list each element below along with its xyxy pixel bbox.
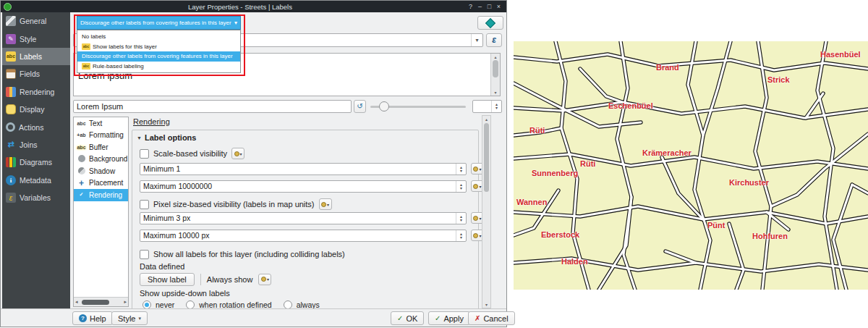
spinner-arrows[interactable]: ▴▾ — [456, 181, 466, 192]
tab-background[interactable]: Background — [74, 154, 128, 166]
scroll-right-icon[interactable]: ▸ — [124, 299, 127, 305]
scroll-up-icon[interactable]: ▴ — [482, 117, 490, 122]
spinner-arrows[interactable]: ▴▾ — [456, 230, 466, 241]
collapse-triangle-icon[interactable]: ▼ — [137, 135, 142, 140]
data-defined-button[interactable]: ▾ — [258, 274, 271, 285]
tab-buffer[interactable]: abcBuffer — [74, 141, 128, 154]
sidebar-item-labels[interactable]: abcLabels — [2, 48, 70, 65]
map-label: Hasenbüel — [820, 50, 861, 59]
ok-button[interactable]: ✓OK — [391, 311, 424, 325]
check-icon: ✓ — [435, 314, 441, 322]
sidebar-item-actions[interactable]: Actions — [2, 118, 70, 135]
buffer-icon: abc — [76, 145, 87, 150]
scroll-down-icon[interactable]: ▾ — [491, 90, 500, 95]
data-defined-button[interactable]: ▾ — [319, 198, 332, 210]
titlebar[interactable]: Layer Properties - Streets | Labels ? – … — [1, 1, 506, 12]
maximum-pixel-spinbox[interactable]: Maximum 10000 px ▴▾ — [140, 230, 467, 242]
chevron-down-icon[interactable]: ▾ — [471, 34, 482, 46]
sidebar-item-style[interactable]: ✎Style — [2, 30, 70, 47]
show-label-row: Show label Always show ▾ — [140, 272, 271, 286]
sidebar-item-display[interactable]: Display — [2, 101, 70, 118]
preview-text-input[interactable] — [73, 100, 352, 113]
map-label: Pünt — [707, 221, 725, 230]
separator — [200, 274, 201, 285]
spinner-arrows[interactable]: ▴▾ — [456, 164, 466, 174]
map-canvas[interactable]: HasenbüelBrandStrickEschenbüelRütiKrämer… — [514, 41, 868, 290]
preview-scrollbar[interactable]: ▴ ▾ — [490, 54, 500, 96]
minimize-button[interactable]: – — [475, 3, 485, 10]
sidebar-item-general[interactable]: General — [2, 12, 70, 30]
sidebar-item-fields[interactable]: Fields — [2, 65, 70, 83]
style-button[interactable]: Style▾ — [111, 311, 148, 325]
rendering-panel: Rendering ▼Label options Scale-based vis… — [130, 115, 492, 308]
join-arrows-icon: ⇄ — [6, 140, 16, 150]
option-discourage-labels[interactable]: Discourage other labels from covering fe… — [77, 51, 240, 62]
tab-rendering[interactable]: ✓Rendering — [74, 189, 128, 201]
pixel-visibility-checkbox[interactable] — [140, 200, 149, 209]
labeling-mode-combobox[interactable]: Discourage other labels from covering fe… — [77, 16, 241, 30]
tab-placement[interactable]: +Placement — [74, 177, 128, 190]
data-defined-button[interactable]: ▾ — [231, 148, 244, 159]
expression-builder-button[interactable]: ε — [486, 33, 502, 47]
radio-always[interactable] — [284, 300, 292, 308]
scroll-up-icon[interactable]: ▴ — [491, 54, 500, 59]
apply-button[interactable]: ✓Apply — [428, 311, 470, 325]
cancel-button[interactable]: ✗Cancel — [468, 311, 515, 325]
maximum-scale-spinbox[interactable]: Maximum 10000000 ▴▾ — [140, 180, 467, 193]
text-icon: abc — [76, 121, 87, 126]
rule-based-icon: abc — [82, 63, 90, 70]
slider-handle[interactable] — [379, 101, 389, 112]
preview-reset-button[interactable]: ↺ — [354, 100, 366, 113]
scroll-down-icon[interactable]: ▾ — [482, 302, 490, 307]
radio-never[interactable] — [142, 300, 151, 308]
tab-formatting[interactable]: +abFormatting — [74, 130, 128, 142]
automated-placement-button[interactable] — [477, 16, 503, 30]
rendering-icon — [6, 87, 16, 97]
minimum-pixel-spinbox[interactable]: Minimum 3 px ▴▾ — [140, 212, 467, 224]
maximize-button[interactable]: □ — [485, 3, 494, 10]
tab-shadow[interactable]: Shadow — [74, 165, 128, 177]
chevron-down-icon: ▾ — [232, 20, 237, 26]
scrollbar-thumb[interactable] — [484, 123, 489, 192]
map-label: Eberstock — [541, 230, 579, 239]
scrollbar-thumb[interactable] — [82, 300, 109, 305]
epsilon-icon: ε — [6, 193, 16, 203]
scale-visibility-checkbox[interactable] — [140, 149, 149, 159]
help-window-button[interactable]: ? — [466, 3, 475, 10]
tabs-horizontal-scrollbar[interactable]: ◂ ▸ — [74, 297, 128, 306]
option-rule-based[interactable]: abcRule-based labeling — [77, 62, 240, 72]
sidebar-item-variables[interactable]: εVariables — [2, 189, 70, 206]
layer-properties-dialog: Layer Properties - Streets | Labels ? – … — [0, 0, 507, 327]
radio-when-rotation-defined[interactable] — [186, 300, 195, 308]
spinner-arrows[interactable]: ▴▾ — [456, 213, 466, 224]
sidebar-item-metadata[interactable]: iMetadata — [2, 172, 70, 189]
font-size-spinbox[interactable]: ▴▾ — [472, 100, 502, 113]
map-label: Eschenbüel — [608, 101, 653, 110]
scroll-left-icon[interactable]: ◂ — [75, 299, 78, 305]
window-title: Layer Properties - Streets | Labels — [14, 3, 466, 11]
sidebar-item-joins[interactable]: ⇄Joins — [2, 136, 70, 154]
show-label-button[interactable]: Show label — [140, 273, 195, 286]
map-label: Rüti — [529, 126, 545, 135]
map-label: Strick — [767, 75, 790, 84]
speech-bubble-icon — [6, 104, 16, 114]
spinner-arrows[interactable]: ▴▾ — [491, 101, 501, 112]
option-show-labels[interactable]: abcShow labels for this layer — [77, 42, 240, 52]
help-button[interactable]: ?Help — [72, 311, 113, 325]
desktop: Layer Properties - Streets | Labels ? – … — [0, 0, 868, 328]
font-size-slider[interactable] — [370, 100, 466, 113]
group-title[interactable]: ▼Label options — [137, 133, 196, 142]
sidebar-item-diagrams[interactable]: Diagrams — [2, 154, 70, 171]
close-button[interactable]: × — [494, 3, 503, 10]
placement-icon: + — [76, 178, 87, 188]
formatting-icon: +ab — [76, 133, 87, 138]
scrollbar-thumb[interactable] — [493, 60, 498, 77]
sidebar-item-rendering[interactable]: Rendering — [2, 83, 70, 101]
option-no-labels[interactable]: No labels — [77, 32, 240, 42]
panel-scrollbar[interactable]: ▴ ▾ — [482, 115, 491, 308]
data-defined-icon — [473, 184, 478, 189]
show-all-labels-checkbox[interactable] — [140, 250, 149, 259]
minimum-scale-spinbox[interactable]: Minimum 1 ▴▾ — [140, 163, 467, 175]
tab-text[interactable]: abcText — [74, 117, 128, 130]
check-icon: ✓ — [76, 192, 87, 198]
